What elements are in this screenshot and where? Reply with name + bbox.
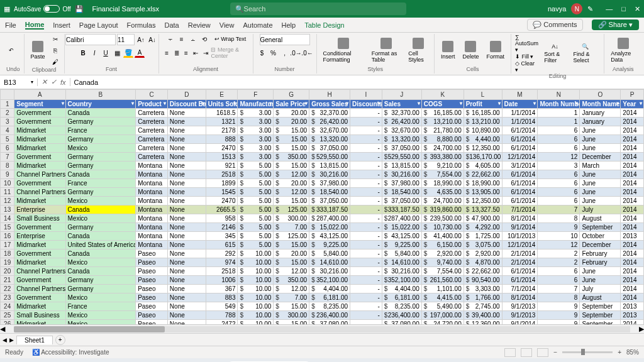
data-cell[interactable]: 20.00: [274, 250, 309, 258]
data-cell[interactable]: 18,540.00: [382, 188, 421, 197]
align-bottom-icon[interactable]: ⫠: [188, 34, 198, 44]
data-cell[interactable]: 4,635.00: [421, 188, 464, 197]
data-cell[interactable]: 4,404.00: [309, 285, 350, 293]
tab-table-design[interactable]: Table Design: [304, 21, 345, 29]
row-header[interactable]: 10: [1, 179, 14, 188]
data-cell[interactable]: 3.00: [238, 135, 274, 144]
column-header[interactable]: B: [65, 90, 136, 100]
data-cell[interactable]: -: [350, 267, 382, 276]
data-cell[interactable]: 6: [538, 179, 580, 188]
data-cell[interactable]: -: [350, 206, 382, 214]
data-cell[interactable]: 5.00: [238, 214, 274, 223]
share-button[interactable]: 🔗 Share ▾: [592, 19, 639, 30]
increase-font-icon[interactable]: A↑: [136, 35, 146, 45]
data-cell[interactable]: 13,327.50: [464, 206, 502, 214]
italic-button[interactable]: I: [89, 48, 99, 58]
data-cell[interactable]: July: [580, 206, 621, 214]
data-cell[interactable]: Montana: [136, 214, 168, 223]
data-cell[interactable]: 30,216.00: [309, 170, 350, 179]
cell-styles-button[interactable]: Cell Styles: [406, 36, 430, 64]
save-icon[interactable]: 💾: [75, 5, 84, 13]
data-cell[interactable]: 3/1/2014: [502, 162, 538, 170]
data-cell[interactable]: 1545: [206, 188, 238, 197]
data-cell[interactable]: 7/1/2014: [502, 206, 538, 214]
data-cell[interactable]: 8/1/2014: [502, 293, 538, 302]
cut-icon[interactable]: ✂: [50, 34, 60, 44]
data-cell[interactable]: 9,225.00: [382, 241, 421, 250]
data-cell[interactable]: 41,400.00: [421, 232, 464, 241]
tab-review[interactable]: Review: [188, 21, 211, 29]
autosum-button[interactable]: ∑ AutoSum ▾: [515, 34, 539, 53]
data-cell[interactable]: June: [580, 188, 621, 197]
data-cell[interactable]: None: [167, 241, 206, 250]
table-header-cell[interactable]: Country: [65, 100, 136, 109]
data-cell[interactable]: 9/1/2014: [502, 223, 538, 232]
table-header-cell[interactable]: Discount Band: [167, 100, 206, 109]
data-cell[interactable]: Enterprise: [14, 232, 65, 241]
data-cell[interactable]: 6: [538, 188, 580, 197]
data-cell[interactable]: 32,370.00: [309, 109, 350, 118]
data-cell[interactable]: 3.00: [238, 118, 274, 126]
data-cell[interactable]: Montana: [136, 232, 168, 241]
data-cell[interactable]: 2014: [621, 250, 644, 258]
column-header[interactable]: A: [14, 90, 65, 100]
data-cell[interactable]: Mexico: [65, 258, 136, 267]
data-cell[interactable]: 6/1/2014: [502, 267, 538, 276]
data-cell[interactable]: -: [350, 311, 382, 320]
data-cell[interactable]: 3,075.00: [464, 241, 502, 250]
data-cell[interactable]: Montana: [136, 206, 168, 214]
data-cell[interactable]: 15.00: [274, 135, 309, 144]
data-cell[interactable]: 5.00: [238, 206, 274, 214]
data-cell[interactable]: December: [580, 241, 621, 250]
data-cell[interactable]: 12/1/2014: [502, 153, 538, 162]
data-cell[interactable]: Paseo: [136, 311, 168, 320]
data-cell[interactable]: None: [167, 135, 206, 144]
data-cell[interactable]: 10: [538, 232, 580, 241]
data-cell[interactable]: 16,185.00: [421, 109, 464, 118]
data-cell[interactable]: None: [167, 126, 206, 135]
data-cell[interactable]: Canada: [65, 170, 136, 179]
bold-button[interactable]: B: [78, 48, 88, 58]
data-cell[interactable]: -: [350, 109, 382, 118]
data-cell[interactable]: Montana: [136, 188, 168, 197]
data-cell[interactable]: 24,700.00: [421, 197, 464, 206]
data-cell[interactable]: 37,050.00: [309, 144, 350, 153]
data-cell[interactable]: 2665.5: [206, 206, 238, 214]
data-cell[interactable]: February: [580, 250, 621, 258]
data-cell[interactable]: January: [580, 109, 621, 118]
data-cell[interactable]: 6: [538, 144, 580, 153]
data-cell[interactable]: 236,400.00: [309, 311, 350, 320]
table-header-cell[interactable]: Profit: [464, 100, 502, 109]
data-cell[interactable]: Germany: [65, 153, 136, 162]
data-cell[interactable]: 3,303.00: [464, 285, 502, 293]
data-cell[interactable]: 6/1/2014: [502, 144, 538, 153]
data-cell[interactable]: 292: [206, 250, 238, 258]
column-header[interactable]: I: [350, 90, 382, 100]
accessibility-status[interactable]: ♿ Accessibility: Investigate: [32, 349, 109, 356]
data-cell[interactable]: None: [167, 109, 206, 118]
data-cell[interactable]: Government: [14, 293, 65, 302]
data-cell[interactable]: -: [350, 197, 382, 206]
data-cell[interactable]: 1006: [206, 276, 238, 285]
search-box[interactable]: 🔍 Search: [230, 3, 406, 15]
data-cell[interactable]: 1321: [206, 118, 238, 126]
data-cell[interactable]: 4,292.00: [464, 223, 502, 232]
data-cell[interactable]: 615: [206, 241, 238, 250]
data-cell[interactable]: None: [167, 197, 206, 206]
data-cell[interactable]: 319,860.00: [421, 206, 464, 214]
data-cell[interactable]: Montana: [136, 197, 168, 206]
table-header-cell[interactable]: Discounts: [350, 100, 382, 109]
data-cell[interactable]: 22,662.00: [464, 170, 502, 179]
row-header[interactable]: 2: [1, 109, 14, 118]
data-cell[interactable]: Carretera: [136, 144, 168, 153]
data-cell[interactable]: -: [350, 276, 382, 285]
data-cell[interactable]: 43,125.00: [382, 232, 421, 241]
data-cell[interactable]: 2470: [206, 197, 238, 206]
data-cell[interactable]: Germany: [65, 223, 136, 232]
data-cell[interactable]: 90,540.00: [464, 276, 502, 285]
data-cell[interactable]: 37,980.00: [309, 179, 350, 188]
data-cell[interactable]: -: [350, 232, 382, 241]
data-cell[interactable]: September: [580, 302, 621, 311]
data-cell[interactable]: 1618.5: [206, 109, 238, 118]
underline-button[interactable]: U: [101, 48, 111, 58]
